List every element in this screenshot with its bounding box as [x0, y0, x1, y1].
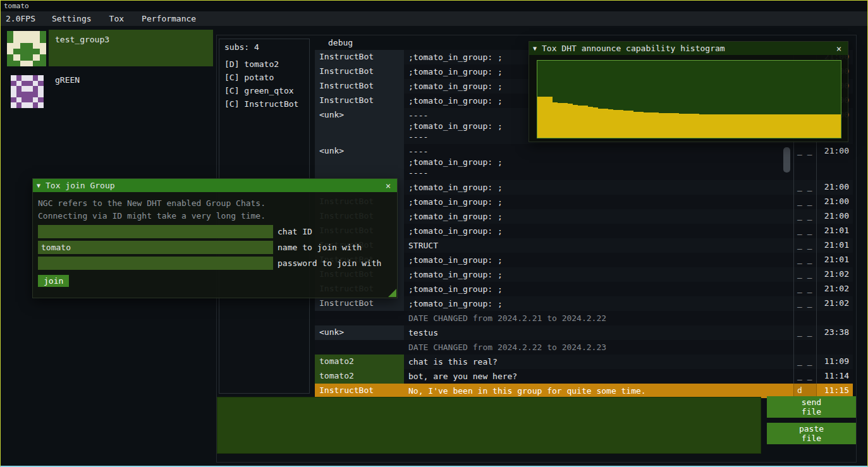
subs-list-item[interactable]: [C] InstructBot [219, 97, 309, 111]
chat-message: bot, are you new here? [404, 369, 793, 384]
histogram-bar [623, 111, 628, 138]
chat-author: <unk> [315, 108, 404, 144]
name-to-join-with-input[interactable]: tomato [38, 241, 273, 254]
join-info-line: NGC refers to the New DHT enabled Group … [38, 197, 392, 210]
send-file-button[interactable]: send file [767, 396, 856, 418]
chat-message: ;tomato_in_group: ; [404, 195, 793, 209]
chat-author: InstructBot [315, 79, 404, 94]
password-to-join-with-input[interactable] [38, 257, 273, 270]
chat-timestamp: 11:14 [817, 369, 853, 384]
close-icon[interactable]: × [383, 181, 393, 191]
histogram-bar [790, 114, 795, 138]
app-window: tomato 2.0FPS SettingsToxPerformance tes… [0, 0, 868, 467]
menu-bar: 2.0FPS SettingsToxPerformance [1, 11, 867, 26]
group-item-test_group3[interactable]: test_group3 [6, 30, 213, 66]
tab-debug[interactable]: debug [324, 38, 357, 49]
join-info-text: NGC refers to the New DHT enabled Group … [38, 197, 392, 222]
field-label: name to join with [278, 243, 362, 252]
histogram-bar [563, 103, 568, 138]
chat-timestamp: 21:02 [817, 282, 853, 296]
histogram-bar [583, 106, 588, 138]
chat-timestamp: 23:38 [817, 325, 853, 340]
collapse-arrow-icon[interactable]: ▼ [533, 45, 537, 52]
menu-settings[interactable]: Settings [43, 14, 101, 23]
histogram-bar [684, 114, 689, 138]
chat-scrollbar[interactable] [783, 147, 790, 173]
chat-timestamp: 21:01 [817, 253, 853, 267]
join-window-titlebar[interactable]: ▼ Tox join Group × [33, 179, 397, 192]
histogram-bar [674, 113, 679, 138]
chat-message: DATE CHANGED from 2024.2.22 to 2024.2.23 [404, 340, 793, 355]
message-input[interactable] [217, 397, 761, 454]
chat-row[interactable]: tomato2chat is this real?_ _11:09 [315, 355, 853, 369]
chat-row[interactable]: tomato2bot, are you new here?_ _11:14 [315, 369, 853, 384]
histogram-bar [714, 114, 719, 138]
group-name: test_group3 [55, 35, 109, 44]
chat-message: ;tomato_in_group: ; [404, 282, 793, 296]
group-item-gREEN[interactable]: gREEN [6, 74, 213, 108]
menu-items: SettingsToxPerformance [43, 14, 205, 23]
histogram-bar [831, 114, 836, 138]
histogram-bar [709, 114, 714, 138]
histogram-bar [608, 109, 613, 138]
histogram-bar [679, 114, 684, 138]
window-title: tomato [1, 1, 867, 11]
histogram-window-title: Tox DHT announce capability histogram [542, 44, 834, 53]
chat-author: <unk> [315, 325, 404, 340]
resize-grip[interactable] [388, 289, 396, 297]
chat-flags: _ _ [793, 224, 817, 238]
histogram-bar [699, 114, 704, 138]
chat-ID-input[interactable] [38, 225, 273, 238]
join-window-body: NGC refers to the New DHT enabled Group … [33, 192, 397, 292]
histogram-bar [644, 112, 649, 138]
histogram-bar [659, 113, 664, 138]
histogram-bar [724, 114, 730, 138]
histogram-bar [750, 114, 755, 138]
chat-flags [793, 311, 817, 325]
histogram-window-titlebar[interactable]: ▼ Tox DHT announce capability histogram … [529, 42, 848, 55]
chat-row[interactable]: DATE CHANGED from 2024.2.22 to 2024.2.23 [315, 340, 853, 355]
histogram-bar [588, 107, 593, 138]
join-field-row: chat ID [38, 225, 392, 238]
subs-count: subs: 4 [219, 39, 309, 58]
chat-flags: _ _ [793, 296, 817, 311]
chat-author: tomato2 [315, 369, 404, 384]
histogram-bar [816, 114, 821, 138]
menu-performance[interactable]: Performance [133, 14, 205, 23]
histogram-bar [760, 114, 765, 138]
join-button[interactable]: join [38, 275, 69, 287]
dht-histogram-window: ▼ Tox DHT announce capability histogram … [529, 41, 848, 142]
chat-timestamp: 21:02 [817, 267, 853, 282]
collapse-arrow-icon[interactable]: ▼ [37, 182, 40, 189]
chat-message: DATE CHANGED from 2024.2.21 to 2024.2.22 [404, 311, 793, 325]
chat-message: ;tomato_in_group: ; [404, 209, 793, 224]
chat-row[interactable]: DATE CHANGED from 2024.2.21 to 2024.2.22 [315, 311, 853, 325]
chat-author: <unk> [315, 144, 404, 180]
subs-list-item[interactable]: [D] tomato2 [219, 58, 309, 71]
histogram-bar [654, 112, 659, 138]
chat-flags: _ _ [793, 355, 817, 369]
histogram-bar [639, 112, 644, 138]
close-icon[interactable]: × [834, 44, 844, 54]
chat-message: ;tomato_in_group: ; [404, 253, 793, 267]
chat-row[interactable]: <unk>testus_ _23:38 [315, 325, 853, 340]
histogram-bar [810, 114, 816, 138]
histogram-bar [780, 114, 785, 138]
subs-list-item[interactable]: [C] green_qtox [219, 84, 309, 97]
chat-message: STRUCT [404, 238, 793, 253]
histogram-bar [553, 102, 558, 138]
menu-tox[interactable]: Tox [101, 14, 133, 23]
histogram-bar [826, 114, 831, 138]
paste-file-button[interactable]: paste file [767, 423, 856, 444]
chat-timestamp [817, 340, 853, 355]
chat-row[interactable]: InstructBot;tomato_in_group: ;_ _21:02 [315, 296, 853, 311]
chat-flags: _ _ [793, 325, 817, 340]
chat-row[interactable]: <unk>---- ;tomato_in_group: ; ----_ _21:… [315, 144, 853, 180]
chat-timestamp: 21:00 [817, 195, 853, 209]
chat-flags: _ _ [793, 369, 817, 384]
chat-author: InstructBot [315, 296, 404, 311]
histogram-bar [628, 111, 633, 138]
chat-author [315, 340, 404, 355]
histogram-bar [740, 114, 745, 138]
subs-list-item[interactable]: [C] potato [219, 71, 309, 84]
